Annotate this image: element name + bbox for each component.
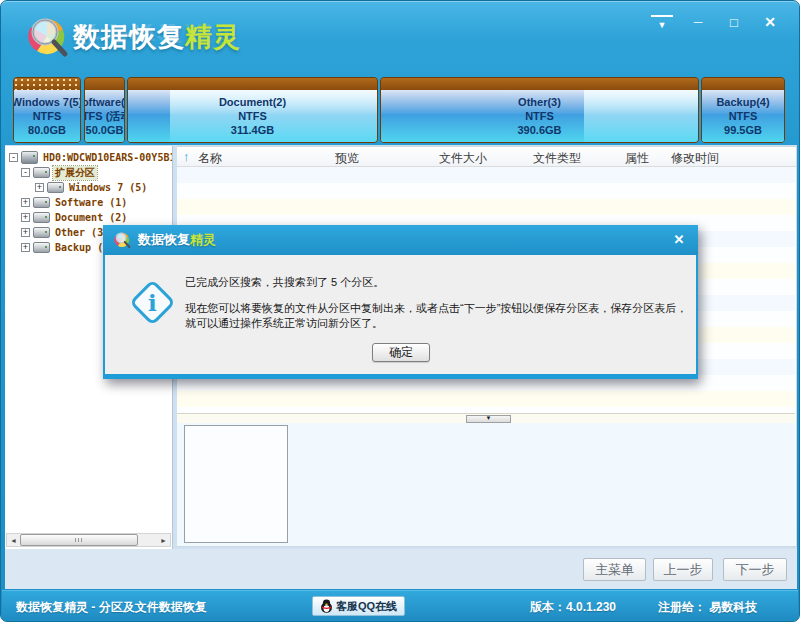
partition-name: Windows 7(5)	[14, 95, 80, 109]
tree-item-hd0[interactable]: - HD0:WDCWD10EARS-00Y5B1	[5, 150, 172, 165]
splitter-collapse-button[interactable]: ▼	[466, 415, 511, 423]
partition-fs: NTFS	[729, 109, 758, 123]
previous-step-button[interactable]: 上一步	[653, 558, 713, 581]
partition-size: 390.6GB	[517, 123, 561, 137]
maximize-icon[interactable]: □	[723, 13, 745, 31]
partition-cap	[702, 78, 784, 90]
partition-size: 99.5GB	[724, 123, 762, 137]
dialog-message-line: 就可以通过操作系统正常访问新分区了。	[185, 316, 693, 331]
collapse-icon[interactable]: -	[21, 168, 30, 177]
column-header-filesize[interactable]: 文件大小	[439, 150, 487, 167]
expand-icon[interactable]: +	[21, 228, 30, 237]
partition-icon	[33, 197, 50, 208]
partition-map: Windows 7(5) NTFS 80.0GB Software(1) NTF…	[13, 77, 789, 144]
hard-disk-icon	[21, 151, 38, 164]
scroll-left-icon[interactable]: ◄	[7, 534, 20, 546]
dialog-message: 已完成分区搜索，共搜索到了 5 个分区。 现在您可以将要恢复的文件从分区中复制出…	[185, 275, 693, 331]
dialog-logo-icon	[112, 231, 132, 249]
app-logo-icon	[23, 15, 71, 59]
partition-block-backup[interactable]: Backup(4) NTFS 99.5GB	[701, 77, 785, 143]
partition-icon	[47, 182, 64, 193]
main-menu-button[interactable]: 主菜单	[583, 558, 646, 581]
partition-fs: NTFS	[238, 109, 267, 123]
expand-icon[interactable]: +	[21, 198, 30, 207]
tree-item-label[interactable]: Software (1)	[53, 197, 129, 208]
partition-body: Document(2) NTFS 311.4GB	[128, 90, 377, 142]
partition-fs: NTFS	[525, 109, 554, 123]
partition-name: Software(1)	[85, 95, 124, 109]
preview-pane	[177, 423, 795, 546]
partition-body: Other(3) NTFS 390.6GB	[381, 90, 698, 142]
tree-item-label[interactable]: Windows 7 (5)	[67, 182, 149, 193]
partition-body: Backup(4) NTFS 99.5GB	[702, 90, 784, 142]
scrollbar-thumb[interactable]	[20, 534, 138, 546]
app-title-accent: 精灵	[185, 22, 241, 52]
app-title: 数据恢复精灵	[73, 19, 241, 55]
dialog-content: i 已完成分区搜索，共搜索到了 5 个分区。 现在您可以将要恢复的文件从分区中复…	[105, 255, 696, 374]
search-complete-dialog: 数据恢复精灵 ✕ i 已完成分区搜索，共搜索到了 5 个分区。 现在您可以将要恢…	[103, 225, 698, 379]
app-title-main: 数据恢复	[73, 22, 185, 52]
column-header-modified[interactable]: 修改时间	[671, 150, 719, 167]
preview-placeholder	[184, 425, 288, 543]
window-controls: ▼ ─ □ ✕	[651, 13, 781, 31]
partition-block-software[interactable]: Software(1) NTFS (活动) 50.0GB	[84, 77, 125, 143]
column-header-filetype[interactable]: 文件类型	[533, 150, 581, 167]
qq-support-button[interactable]: 客服QQ在线	[312, 596, 405, 616]
tree-horizontal-scrollbar[interactable]: ◄ ►	[6, 533, 171, 547]
partition-fs: NTFS	[33, 109, 62, 123]
partition-block-windows7[interactable]: Windows 7(5) NTFS 80.0GB	[13, 77, 81, 143]
partition-icon	[33, 167, 50, 178]
partition-body: Windows 7(5) NTFS 80.0GB	[14, 90, 80, 142]
version-text: 版本：4.0.1.230	[530, 599, 616, 616]
partition-cap	[85, 78, 124, 90]
tree-item-label[interactable]: Document (2)	[53, 212, 129, 223]
tree-item-label[interactable]: 扩展分区	[53, 166, 97, 180]
partition-name: Backup(4)	[716, 95, 769, 109]
partition-icon	[33, 242, 50, 253]
collapse-icon[interactable]: -	[9, 153, 18, 162]
expand-icon[interactable]: +	[21, 213, 30, 222]
dialog-close-icon[interactable]: ✕	[670, 231, 688, 249]
tree-item-software[interactable]: + Software (1)	[5, 195, 172, 210]
tree-item-label[interactable]: HD0:WDCWD10EARS-00Y5B1	[41, 152, 173, 163]
expand-icon[interactable]: +	[21, 243, 30, 252]
partition-fs: NTFS (活动)	[85, 109, 124, 123]
dialog-message-line: 已完成分区搜索，共搜索到了 5 个分区。	[185, 275, 693, 290]
next-step-button[interactable]: 下一步	[723, 558, 787, 581]
partition-cap	[128, 78, 377, 90]
partition-cap	[381, 78, 698, 90]
scroll-right-icon[interactable]: ►	[157, 534, 170, 546]
tree-item-windows7[interactable]: + Windows 7 (5)	[5, 180, 172, 195]
close-icon[interactable]: ✕	[759, 13, 781, 31]
menu-arrow-icon[interactable]: ▼	[651, 15, 673, 31]
partition-size: 80.0GB	[28, 123, 66, 137]
info-icon: i	[131, 281, 175, 325]
column-header-preview[interactable]: 预览	[335, 150, 359, 167]
splitter-band: ▼	[177, 413, 795, 423]
sort-up-icon[interactable]: ↑	[183, 149, 190, 164]
partition-icon	[33, 212, 50, 223]
dialog-message-line: 现在您可以将要恢复的文件从分区中复制出来，或者点击“下一步”按钮以便保存分区表，…	[185, 301, 693, 316]
dialog-title: 数据恢复精灵	[138, 231, 216, 249]
partition-size: 50.0GB	[86, 123, 124, 137]
qq-button-label: 客服QQ在线	[336, 599, 397, 614]
app-window: 数据恢复精灵 数据恢复精灵 ▼ ─ □ ✕ Windows 7(5) NTFS …	[0, 0, 800, 622]
partition-cap	[14, 78, 80, 90]
dialog-bottom-border	[103, 374, 698, 379]
expand-icon[interactable]: +	[35, 183, 44, 192]
column-header-attributes[interactable]: 属性	[625, 150, 649, 167]
tree-item-document[interactable]: + Document (2)	[5, 210, 172, 225]
partition-size: 311.4GB	[231, 123, 274, 137]
partition-name: Other(3)	[518, 95, 561, 109]
registered-to-text: 注册给： 易数科技	[658, 599, 757, 616]
tree-item-extended-partition[interactable]: - 扩展分区	[5, 165, 172, 180]
column-header-name[interactable]: 名称	[198, 150, 222, 167]
minimize-icon[interactable]: ─	[687, 13, 709, 31]
status-bar: 数据恢复精灵 - 分区及文件数据恢复 客服QQ在线 版本：4.0.1.230 注…	[2, 590, 798, 620]
partition-block-other[interactable]: Other(3) NTFS 390.6GB	[380, 77, 699, 143]
partition-body: Software(1) NTFS (活动) 50.0GB	[85, 90, 124, 142]
ok-button[interactable]: 确定	[372, 343, 430, 362]
partition-block-document[interactable]: Document(2) NTFS 311.4GB	[127, 77, 378, 143]
dialog-title-bar[interactable]: 数据恢复精灵 ✕	[103, 225, 698, 255]
status-text: 数据恢复精灵 - 分区及文件数据恢复	[16, 599, 207, 616]
